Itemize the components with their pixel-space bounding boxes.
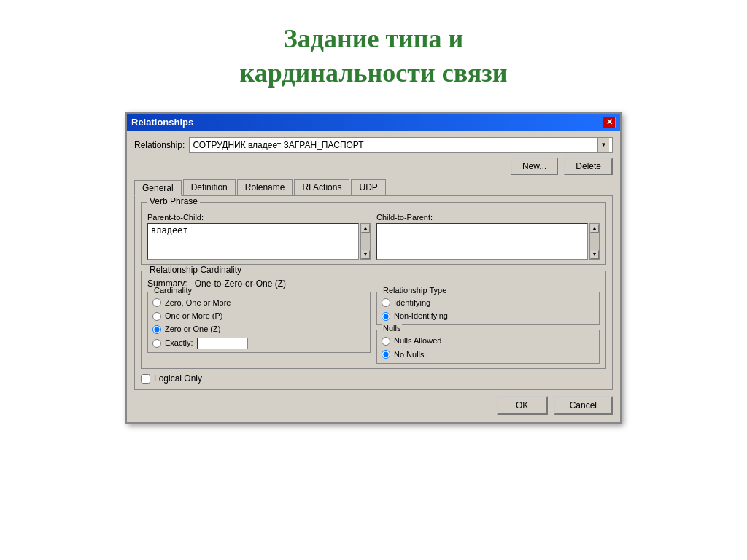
cardinality-title: Relationship Cardinality — [147, 265, 244, 275]
verb-phrase-group: Verb Phrase Parent-to-Child: владеет ▲ ▼ — [141, 202, 606, 265]
verb-phrase-title: Verb Phrase — [147, 196, 200, 206]
radio-zero-or-one: Zero or One (Z) — [152, 324, 365, 335]
child-to-parent-input[interactable] — [376, 223, 588, 260]
ok-button[interactable]: OK — [497, 396, 548, 415]
radio-no-nulls-label: No Nulls — [394, 349, 425, 360]
tab-definition[interactable]: Definition — [183, 179, 236, 195]
child-scroll-up-icon[interactable]: ▲ — [590, 224, 599, 233]
child-scrollbar[interactable]: ▲ ▼ — [589, 223, 600, 260]
relationship-combo[interactable]: СОТРУДНИК владеет ЗАГРАН_ПАСПОРТ ▼ — [189, 137, 613, 153]
tab-ri-actions[interactable]: RI Actions — [294, 179, 349, 195]
cardinality-group-title: Cardinality — [152, 286, 193, 295]
logical-only-row: Logical Only — [141, 373, 606, 384]
radio-non-identifying: Non-Identifying — [382, 311, 595, 322]
tab-udp[interactable]: UDP — [351, 179, 385, 195]
radio-zero-or-one-label: Zero or One (Z) — [165, 324, 220, 335]
parent-to-child-label: Parent-to-Child: — [147, 213, 371, 222]
radio-zero-one-more-label: Zero, One or More — [165, 298, 231, 308]
radio-one-or-more: One or More (P) — [152, 311, 365, 322]
radio-exactly: Exactly: — [152, 338, 365, 349]
radio-exactly-label: Exactly: — [165, 338, 193, 349]
child-to-parent-label: Child-to-Parent: — [376, 213, 600, 222]
radio-non-identifying-label: Non-Identifying — [394, 311, 448, 322]
scroll-track — [361, 233, 370, 250]
radio-one-or-more-label: One or More (P) — [165, 311, 222, 322]
relationship-type-group-title: Relationship Type — [382, 286, 448, 295]
nulls-group-title: Nulls — [382, 324, 402, 332]
radio-exactly-input[interactable] — [152, 339, 161, 348]
close-button[interactable]: ✕ — [603, 117, 616, 128]
radio-zero-one-more-input[interactable] — [152, 298, 161, 307]
child-scroll-down-icon[interactable]: ▼ — [590, 250, 599, 259]
relationship-type-radio-group: Relationship Type Identifying Non-Identi… — [376, 292, 600, 326]
logical-only-label: Logical Only — [154, 373, 202, 384]
child-to-parent-col: Child-to-Parent: ▲ ▼ — [376, 213, 600, 260]
nulls-radio-group: Nulls Nulls Allowed No Nulls — [376, 330, 600, 364]
cardinality-radio-group: Cardinality Zero, One or More One or Mor… — [147, 292, 371, 353]
child-scroll-track — [590, 233, 599, 250]
relationship-value: СОТРУДНИК владеет ЗАГРАН_ПАСПОРТ — [193, 140, 363, 150]
dialog-window: Relationships ✕ Relationship: СОТРУДНИК … — [125, 112, 622, 424]
tabs-row: General Definition Rolename RI Actions U… — [134, 179, 613, 195]
relationship-label: Relationship: — [134, 140, 185, 150]
scroll-up-icon[interactable]: ▲ — [361, 224, 370, 233]
page-title: Задание типа и кардинальности связи — [240, 22, 508, 90]
summary-row: Summary: One-to-Zero-or-One (Z) — [147, 279, 600, 289]
tab-general[interactable]: General — [134, 180, 182, 196]
radio-nulls-allowed-input[interactable] — [382, 337, 390, 346]
radio-no-nulls-input[interactable] — [382, 350, 390, 359]
new-button[interactable]: New... — [511, 158, 558, 175]
radio-identifying-label: Identifying — [394, 298, 430, 308]
dialog-title: Relationships — [131, 117, 193, 128]
parent-to-child-col: Parent-to-Child: владеет ▲ ▼ — [147, 213, 371, 260]
summary-value: One-to-Zero-or-One (Z) — [195, 279, 286, 289]
radio-one-or-more-input[interactable] — [152, 312, 161, 321]
tab-content: Verb Phrase Parent-to-Child: владеет ▲ ▼ — [134, 195, 613, 391]
parent-scrollbar[interactable]: ▲ ▼ — [360, 223, 371, 260]
radio-identifying: Identifying — [382, 298, 595, 308]
bottom-buttons: OK Cancel — [134, 396, 613, 415]
cardinality-type-row: Cardinality Zero, One or More One or Mor… — [147, 292, 600, 365]
radio-nulls-allowed: Nulls Allowed — [382, 335, 595, 346]
cardinality-group: Relationship Cardinality Summary: One-to… — [141, 271, 606, 370]
relationship-row: Relationship: СОТРУДНИК владеет ЗАГРАН_П… — [134, 137, 613, 153]
radio-non-identifying-input[interactable] — [382, 312, 390, 321]
radio-zero-one-more: Zero, One or More — [152, 298, 365, 308]
radio-nulls-allowed-label: Nulls Allowed — [394, 335, 441, 346]
combo-arrow-icon[interactable]: ▼ — [597, 138, 609, 152]
title-bar: Relationships ✕ — [127, 114, 620, 131]
scroll-down-icon[interactable]: ▼ — [361, 250, 370, 259]
top-buttons-row: New... Delete — [134, 158, 613, 175]
tab-rolename[interactable]: Rolename — [237, 179, 293, 195]
exactly-value-input[interactable] — [197, 338, 248, 349]
radio-no-nulls: No Nulls — [382, 349, 595, 360]
radio-zero-or-one-input[interactable] — [152, 325, 161, 334]
radio-identifying-input[interactable] — [382, 298, 390, 307]
delete-button[interactable]: Delete — [564, 158, 613, 175]
logical-only-checkbox[interactable] — [141, 374, 150, 384]
parent-to-child-input[interactable]: владеет — [147, 223, 359, 260]
cancel-button[interactable]: Cancel — [554, 396, 613, 415]
